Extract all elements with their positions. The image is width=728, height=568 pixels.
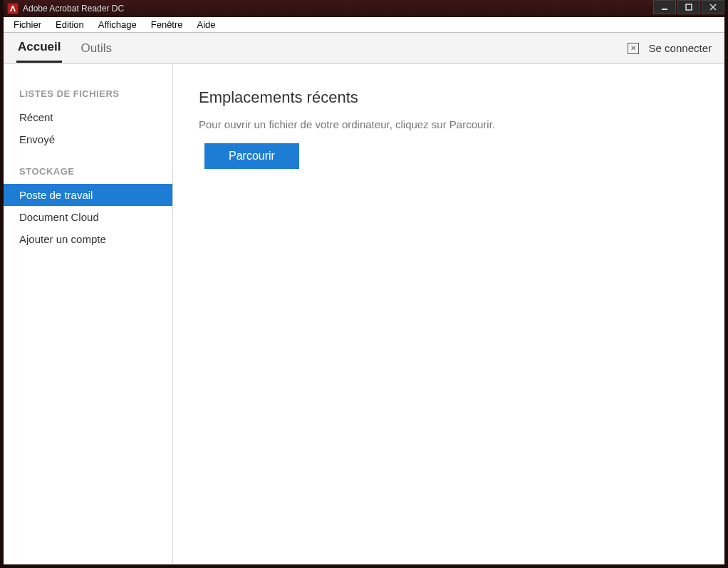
sidebar-item-add-account[interactable]: Ajouter un compte (4, 228, 172, 250)
sign-in-icon: ✕ (628, 43, 639, 54)
app-icon (7, 3, 19, 14)
menu-window[interactable]: Fenêtre (144, 18, 190, 31)
sidebar-item-sent[interactable]: Envoyé (4, 128, 172, 150)
hint-text: Pour ouvrir un fichier de votre ordinate… (199, 118, 699, 130)
tab-tools[interactable]: Outils (79, 35, 113, 62)
window-frame: Adobe Acrobat Reader DC Fichier Edition … (0, 0, 728, 568)
tab-home[interactable]: Accueil (16, 33, 62, 63)
sidebar-item-document-cloud[interactable]: Document Cloud (4, 206, 172, 228)
menu-help[interactable]: Aide (190, 18, 223, 31)
close-button[interactable] (702, 0, 724, 14)
sidebar-section-storage: STOCKAGE (4, 159, 172, 184)
app-title: Adobe Acrobat Reader DC (23, 4, 124, 14)
menu-edit[interactable]: Edition (48, 18, 91, 31)
menubar: Fichier Edition Affichage Fenêtre Aide (4, 17, 724, 33)
body-area: LISTES DE FICHIERS Récent Envoyé STOCKAG… (4, 64, 724, 564)
main-content: Emplacements récents Pour ouvrir un fich… (173, 64, 724, 564)
menu-file[interactable]: Fichier (6, 18, 48, 31)
svg-rect-0 (662, 9, 667, 10)
sidebar-item-recent[interactable]: Récent (4, 106, 172, 128)
page-title: Emplacements récents (199, 88, 699, 107)
titlebar[interactable]: Adobe Acrobat Reader DC (4, 0, 724, 17)
sign-in-label: Se connecter (649, 42, 712, 54)
minimize-button[interactable] (653, 0, 676, 14)
sidebar-item-workstation[interactable]: Poste de travail (4, 184, 172, 206)
browse-button[interactable]: Parcourir (204, 143, 299, 169)
window-controls (652, 0, 724, 17)
menu-view[interactable]: Affichage (91, 18, 144, 31)
maximize-button[interactable] (677, 0, 700, 14)
svg-rect-1 (686, 4, 692, 10)
sidebar: LISTES DE FICHIERS Récent Envoyé STOCKAG… (4, 64, 173, 564)
main-toolbar: Accueil Outils ✕ Se connecter (4, 33, 724, 64)
sidebar-section-file-lists: LISTES DE FICHIERS (4, 81, 172, 106)
sign-in-link[interactable]: ✕ Se connecter (628, 42, 712, 54)
